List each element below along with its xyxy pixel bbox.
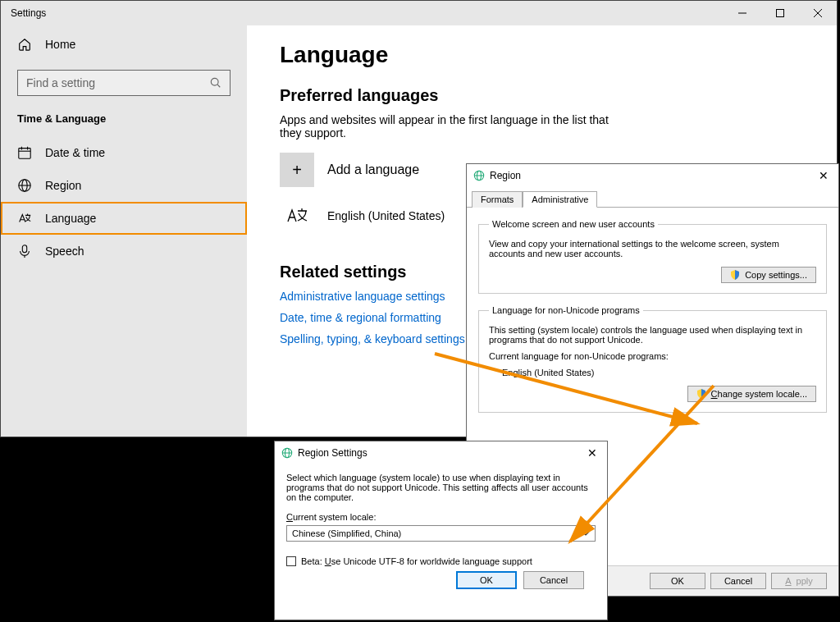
rs-button-row: OK Cancel <box>286 566 596 589</box>
locale-select[interactable]: Chinese (Simplified, China) <box>286 525 596 542</box>
sidebar-item-region[interactable]: Region <box>1 169 247 202</box>
dialog-title: Region <box>490 170 521 181</box>
checkbox-icon <box>286 556 296 566</box>
home-icon <box>17 37 32 52</box>
nonunicode-text: This setting (system locale) controls th… <box>489 325 816 345</box>
home-nav[interactable]: Home <box>1 25 247 63</box>
tab-formats[interactable]: Formats <box>472 191 523 208</box>
locale-value: Chinese (Simplified, China) <box>292 528 401 538</box>
language-icon <box>17 211 32 226</box>
search-icon <box>210 77 221 89</box>
nav-label: Speech <box>45 245 84 258</box>
plus-icon: + <box>280 153 314 187</box>
close-button[interactable] <box>799 1 837 25</box>
preferred-heading: Preferred languages <box>280 86 804 105</box>
copy-settings-button[interactable]: Copy settings... <box>721 267 816 283</box>
tab-bar: Formats Administrative <box>467 187 838 208</box>
search-input[interactable]: Find a setting <box>17 70 231 96</box>
page-title: Language <box>280 42 804 68</box>
language-name: English (United States) <box>327 209 445 222</box>
apply-button[interactable]: Apply <box>771 573 827 589</box>
nonunicode-legend: Language for non-Unicode programs <box>489 305 643 315</box>
shield-icon <box>730 270 740 280</box>
window-controls <box>724 1 837 25</box>
svg-rect-1 <box>777 10 784 17</box>
dialog-titlebar: Region ✕ <box>467 164 838 187</box>
titlebar: Settings <box>1 1 837 25</box>
dialog-titlebar: Region Settings ✕ <box>275 441 607 464</box>
ok-button[interactable]: OK <box>650 573 705 589</box>
svg-line-5 <box>217 85 220 87</box>
add-language-label: Add a language <box>327 162 419 177</box>
section-heading: Time & Language <box>1 107 247 136</box>
ok-button[interactable]: OK <box>456 571 517 589</box>
preferred-description: Apps and websites will appear in the fir… <box>280 113 616 139</box>
cancel-button[interactable]: Cancel <box>710 573 766 589</box>
sidebar-item-date-time[interactable]: Date & time <box>1 136 247 169</box>
current-lang-value: English (United States) <box>489 368 816 377</box>
home-label: Home <box>45 38 75 51</box>
nonunicode-fieldset: Language for non-Unicode programs This s… <box>478 305 827 413</box>
language-char-icon <box>280 199 314 233</box>
welcome-text: View and copy your international setting… <box>489 239 816 258</box>
region-settings-dialog: Region Settings ✕ Select which language … <box>274 441 608 620</box>
nav-label: Region <box>45 179 81 192</box>
mic-icon <box>17 244 32 258</box>
shield-icon <box>696 389 706 399</box>
rs-description: Select which language (system locale) to… <box>286 473 596 502</box>
globe-icon <box>473 170 485 181</box>
close-button[interactable]: ✕ <box>814 169 833 182</box>
chevron-down-icon <box>582 531 590 536</box>
sidebar: Home Find a setting Time & Language Date… <box>1 25 247 437</box>
sidebar-item-language[interactable]: Language <box>1 202 247 235</box>
change-locale-button[interactable]: CChange system locale...hange system loc… <box>687 386 816 402</box>
welcome-fieldset: Welcome screen and new user accounts Vie… <box>478 219 827 294</box>
current-locale-label: Current system locale: <box>286 512 596 522</box>
svg-point-4 <box>211 78 218 85</box>
calendar-icon <box>17 145 32 160</box>
maximize-button[interactable] <box>761 1 799 25</box>
window-title: Settings <box>11 7 46 19</box>
beta-label: Beta: Use Unicode UTF-8 for worldwide la… <box>301 556 532 566</box>
change-locale-label: CChange system locale...hange system loc… <box>711 389 807 399</box>
welcome-legend: Welcome screen and new user accounts <box>489 219 658 229</box>
dialog-title: Region Settings <box>298 447 368 459</box>
search-placeholder: Find a setting <box>26 76 95 89</box>
svg-rect-13 <box>22 245 26 253</box>
copy-settings-label: Copy settings... <box>745 270 807 280</box>
cancel-button[interactable]: Cancel <box>523 571 584 589</box>
minimize-button[interactable] <box>724 1 761 25</box>
globe-icon <box>281 447 293 459</box>
globe-icon <box>17 178 32 193</box>
svg-rect-6 <box>19 149 30 159</box>
tab-administrative[interactable]: Administrative <box>523 191 597 208</box>
nav-label: Date & time <box>45 146 105 159</box>
nav-label: Language <box>45 212 96 225</box>
current-lang-label: Current language for non-Unicode program… <box>489 351 816 361</box>
beta-checkbox[interactable]: Beta: Use Unicode UTF-8 for worldwide la… <box>286 556 596 566</box>
sidebar-item-speech[interactable]: Speech <box>1 235 247 268</box>
close-button[interactable]: ✕ <box>582 446 602 460</box>
